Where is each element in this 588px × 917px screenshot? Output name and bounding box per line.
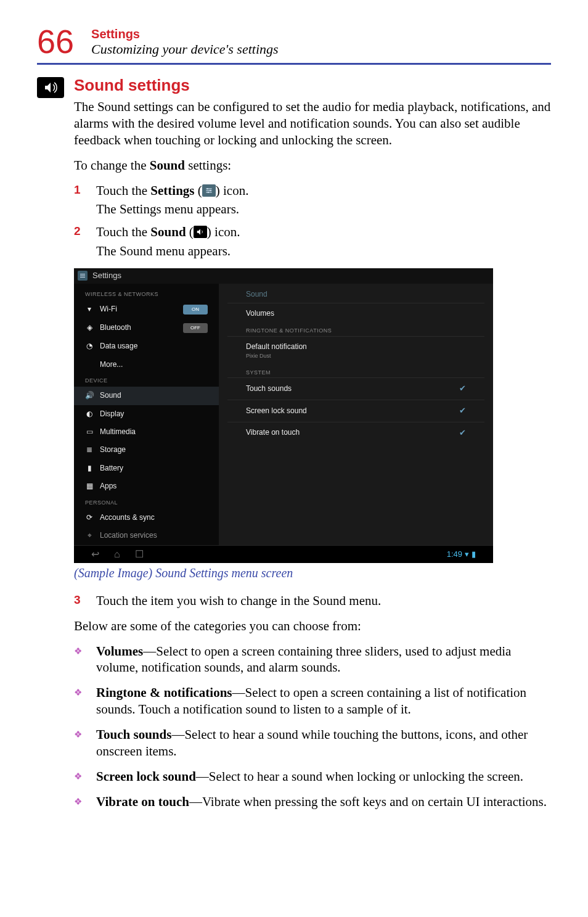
multimedia-icon: ▭ [85,427,94,437]
sample-screenshot: Settings WIRELESS & NETWORKS ▾ Wi-Fi ON … [74,268,493,563]
accounts-row[interactable]: ⟳ Accounts & sync [74,509,219,527]
svg-point-5 [207,191,208,192]
svg-rect-7 [80,276,85,276]
step-2: 2 Touch the Sound () icon. [74,224,551,241]
multimedia-row[interactable]: ▭ Multimedia [74,423,219,441]
battery-row[interactable]: ▮ Battery [74,459,219,477]
display-row[interactable]: ◐ Display [74,405,219,423]
svg-point-3 [206,188,208,189]
bullet-volumes: ❖ Volumes—Select to open a screen contai… [74,643,551,676]
right-pane-header: Sound [227,286,484,303]
header-title: Settings [91,27,279,41]
cat-device: DEVICE [74,374,219,387]
recents-icon[interactable]: ☐ [135,548,144,561]
diamond-bullet-icon: ❖ [74,685,84,718]
screenshot-title: Settings [92,271,121,281]
settings-app-icon [78,271,88,281]
cat-ringtone: RINGTONE & NOTIFICATIONS [227,324,484,336]
header-rule [37,63,551,65]
page-number: 66 [37,25,74,58]
diamond-bullet-icon: ❖ [74,726,84,760]
display-icon: ◐ [85,409,94,419]
header-subtitle: Customizing your device's settings [91,41,279,57]
battery-icon: ▮ [85,464,94,473]
location-icon: ⌖ [85,531,94,540]
bluetooth-icon: ◈ [85,323,94,332]
bullet-touch-sounds: ❖ Touch sounds—Select to hear a sound wh… [74,726,551,760]
diamond-bullet-icon: ❖ [74,794,84,810]
status-clock: 1:49 ▾ ▮ [447,549,476,560]
wifi-row[interactable]: ▾ Wi-Fi ON [74,300,219,319]
bullet-vibrate: ❖ Vibrate on touch—Vibrate when pressing… [74,794,551,810]
lead-line: To change the Sound settings: [74,157,551,174]
step-1: 1 Touch the Settings () icon. [74,183,551,199]
storage-icon: ≣ [85,445,94,454]
touch-sounds-item[interactable]: Touch sounds ✔ [227,377,484,400]
bluetooth-row[interactable]: ◈ Bluetooth OFF [74,319,219,337]
data-usage-row[interactable]: ◔ Data usage [74,337,219,355]
more-row[interactable]: More... [74,356,219,374]
screen-lock-sound-item[interactable]: Screen lock sound ✔ [227,400,484,422]
apps-row[interactable]: ▦ Apps [74,477,219,495]
sound-icon [194,226,207,238]
wifi-toggle[interactable]: ON [183,305,208,315]
bullet-screen-lock: ❖ Screen lock sound—Select to hear a sou… [74,768,551,785]
default-notification-item[interactable]: Default notification Pixie Dust [227,336,484,366]
sync-icon: ⟳ [85,513,94,522]
location-row[interactable]: ⌖ Location services [74,527,219,545]
data-icon: ◔ [85,342,94,351]
step-2-sub: The Sound menu appears. [96,243,551,260]
cat-system: SYSTEM [227,366,484,378]
bullet-ringtone: ❖ Ringtone & notifications—Select to ope… [74,685,551,718]
sound-row-icon: 🔊 [85,391,94,400]
step-1-number: 1 [74,183,83,199]
settings-icon [202,184,216,197]
battery-status-icon: ▮ [472,549,476,560]
storage-row[interactable]: ≣ Storage [74,441,219,459]
screenshot-caption: (Sample Image) Sound Settings menu scree… [74,565,551,582]
step-3: 3 Touch the item you wish to change in t… [74,593,551,609]
wifi-icon: ▾ [85,305,94,314]
check-icon: ✔ [459,406,466,416]
home-icon[interactable]: ⌂ [114,548,120,561]
page-header: 66 Settings Customizing your device's se… [37,25,551,58]
section-title: Sound settings [74,76,551,95]
below-line: Below are some of the categories you can… [74,618,551,635]
cat-wireless: WIRELESS & NETWORKS [74,287,219,301]
diamond-bullet-icon: ❖ [74,643,84,676]
vibrate-on-touch-item[interactable]: Vibrate on touch ✔ [227,422,484,444]
wifi-status-icon: ▾ [465,549,469,560]
svg-rect-6 [80,274,85,274]
intro-paragraph: The Sound settings can be configured to … [74,99,551,149]
check-icon: ✔ [459,384,466,394]
sound-row[interactable]: 🔊 Sound [74,387,219,405]
apps-icon: ▦ [85,482,94,491]
back-icon[interactable]: ↩ [91,548,99,561]
speaker-icon [37,77,64,98]
svg-point-4 [210,190,211,191]
diamond-bullet-icon: ❖ [74,768,84,785]
svg-rect-8 [80,277,85,278]
step-2-number: 2 [74,224,83,241]
bluetooth-toggle[interactable]: OFF [183,323,208,333]
volumes-item[interactable]: Volumes [227,303,484,324]
step-3-number: 3 [74,593,83,609]
cat-personal: PERSONAL [74,496,219,509]
check-icon: ✔ [459,428,466,438]
step-1-sub: The Settings menu appears. [96,201,551,218]
